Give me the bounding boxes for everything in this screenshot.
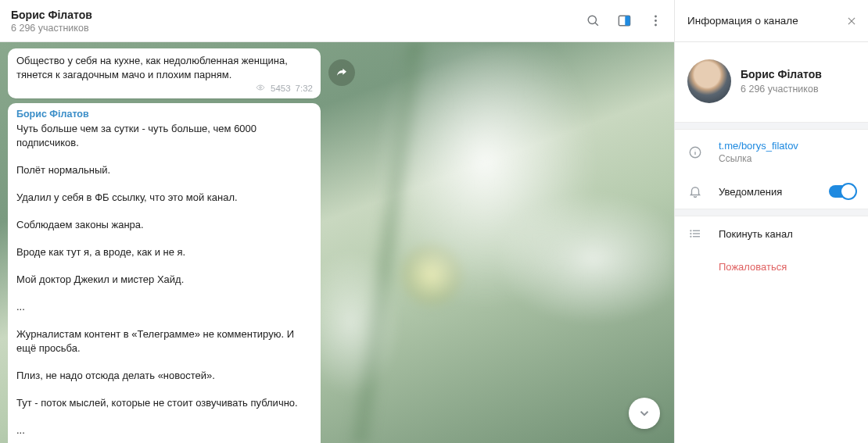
- svg-point-18: [690, 234, 691, 234]
- profile-subcount: 6 296 участников: [741, 84, 822, 95]
- leave-channel-label: Покинуть канал: [719, 228, 793, 240]
- svg-point-7: [260, 87, 262, 89]
- scroll-to-bottom-button[interactable]: [629, 398, 660, 429]
- share-button[interactable]: [328, 59, 355, 86]
- notifications-row: Уведомления: [675, 174, 868, 209]
- message-time: 7:32: [296, 84, 313, 93]
- views-icon: [255, 83, 266, 94]
- message-sender: Борис Філатов: [16, 109, 313, 120]
- close-icon[interactable]: [845, 14, 859, 28]
- list-icon: [687, 227, 703, 241]
- chat-area: Общество у себя на кухне, как недолюблен…: [0, 42, 674, 443]
- svg-point-0: [588, 16, 596, 23]
- chat-header-info[interactable]: Борис Філатов 6 296 участников: [11, 9, 92, 34]
- report-label: Пожаловаться: [719, 261, 787, 273]
- panel-title: Информация о канале: [687, 15, 798, 27]
- leave-channel-row[interactable]: Покинуть канал: [675, 216, 868, 251]
- divider: [675, 209, 868, 216]
- notifications-toggle[interactable]: [829, 185, 855, 198]
- chat-header: Борис Філатов 6 296 участников: [0, 0, 674, 42]
- info-icon: [687, 145, 703, 159]
- svg-point-19: [690, 236, 691, 237]
- channel-link-row[interactable]: t.me/borys_filatov Ссылка: [675, 130, 868, 174]
- svg-point-17: [690, 230, 691, 231]
- channel-subcount: 6 296 участников: [11, 23, 92, 34]
- svg-point-5: [655, 20, 657, 22]
- svg-point-6: [655, 24, 657, 27]
- message-bubble[interactable]: Борис Філатов Чуть больше чем за сутки -…: [8, 103, 321, 443]
- svg-point-4: [655, 16, 657, 18]
- search-icon[interactable]: [585, 13, 601, 29]
- sidepanel-toggle-icon[interactable]: [616, 13, 632, 29]
- svg-rect-3: [625, 16, 629, 26]
- message-text: Общество у себя на кухне, как недолюблен…: [16, 54, 313, 81]
- channel-link: t.me/borys_filatov: [719, 140, 855, 152]
- channel-title: Борис Філатов: [11, 9, 92, 21]
- svg-point-13: [695, 149, 696, 150]
- message-bubble[interactable]: Общество у себя на кухне, как недолюблен…: [8, 48, 321, 98]
- avatar: [687, 59, 731, 103]
- bell-icon: [687, 184, 703, 198]
- channel-info-panel: Информация о канале Борис Філатов 6 296 …: [674, 0, 868, 443]
- notifications-label: Уведомления: [719, 186, 813, 198]
- profile-name: Борис Філатов: [741, 68, 822, 80]
- message-meta: 5453 7:32: [16, 83, 313, 94]
- report-channel-row[interactable]: Пожаловаться: [675, 251, 868, 283]
- divider: [675, 122, 868, 130]
- more-menu-icon[interactable]: [647, 13, 663, 29]
- channel-link-caption: Ссылка: [719, 153, 855, 164]
- channel-profile[interactable]: Борис Філатов 6 296 участников: [675, 42, 868, 122]
- message-text: Чуть больше чем за сутки - чуть больше, …: [16, 122, 313, 443]
- message-views: 5453: [271, 84, 291, 93]
- svg-line-1: [595, 23, 598, 26]
